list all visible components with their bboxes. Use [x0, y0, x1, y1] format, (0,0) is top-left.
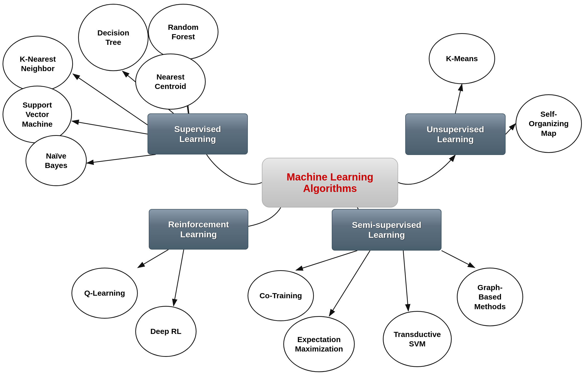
svg-line-13 [403, 251, 408, 311]
svg-line-14 [442, 251, 475, 268]
decision-tree-label: Decision Tree [97, 28, 129, 47]
nearest-centroid-node: Nearest Centroid [135, 54, 206, 110]
svm-node: Support Vector Machine [3, 86, 72, 143]
kmeans-node: K-Means [429, 33, 495, 84]
unsupervised-label: Unsupervised Learning [427, 124, 484, 144]
nearest-centroid-label: Nearest Centroid [155, 72, 186, 91]
naive-bayes-node: Naïve Bayes [26, 135, 87, 186]
q-learning-label: Q-Learning [84, 288, 125, 298]
svg-line-11 [296, 251, 357, 270]
reinforcement-learning-node: Reinforcement Learning [149, 209, 248, 250]
graph-based-methods-node: Graph- Based Methods [457, 268, 523, 326]
svm-label: Support Vector Machine [22, 100, 53, 129]
decision-tree-node: Decision Tree [78, 4, 149, 71]
supervised-learning-node: Supervised Learning [148, 113, 248, 154]
knn-label: K-Nearest Neighbor [20, 54, 56, 73]
graph-based-methods-label: Graph- Based Methods [474, 283, 506, 311]
random-forest-node: Random Forest [148, 4, 218, 60]
center-node: Machine Learning Algorithms [262, 158, 398, 207]
transductive-svm-node: Transductive SVM [383, 311, 452, 367]
svg-line-8 [506, 124, 516, 134]
svg-line-7 [455, 84, 462, 113]
knn-node: K-Nearest Neighbor [3, 36, 73, 92]
svg-line-9 [138, 250, 168, 268]
expectation-max-node: Expectation Maximization [283, 316, 355, 372]
svg-line-10 [174, 250, 184, 306]
expectation-max-label: Expectation Maximization [295, 335, 343, 354]
unsupervised-learning-node: Unsupervised Learning [405, 113, 506, 155]
supervised-label: Supervised Learning [174, 124, 221, 144]
q-learning-node: Q-Learning [71, 268, 138, 319]
self-organizing-map-node: Self- Organizing Map [516, 94, 582, 153]
center-label: Machine Learning Algorithms [287, 171, 373, 194]
diagram-container: Machine Learning Algorithms Supervised L… [0, 0, 588, 377]
semisupervised-label: Semi-supervised Learning [352, 220, 421, 240]
svg-line-5 [72, 121, 148, 134]
deep-rl-label: Deep RL [150, 327, 181, 336]
kmeans-label: K-Means [446, 54, 478, 63]
semisupervised-learning-node: Semi-supervised Learning [332, 209, 442, 251]
co-training-node: Co-Training [248, 270, 314, 321]
svg-line-12 [329, 251, 370, 316]
reinforcement-label: Reinforcement Learning [168, 219, 229, 239]
svg-line-6 [87, 154, 156, 163]
deep-rl-node: Deep RL [135, 306, 197, 357]
transductive-svm-label: Transductive SVM [394, 330, 441, 349]
random-forest-label: Random Forest [168, 22, 199, 42]
co-training-label: Co-Training [260, 291, 302, 301]
self-organizing-map-label: Self- Organizing Map [529, 109, 569, 138]
naive-bayes-label: Naïve Bayes [45, 151, 67, 170]
